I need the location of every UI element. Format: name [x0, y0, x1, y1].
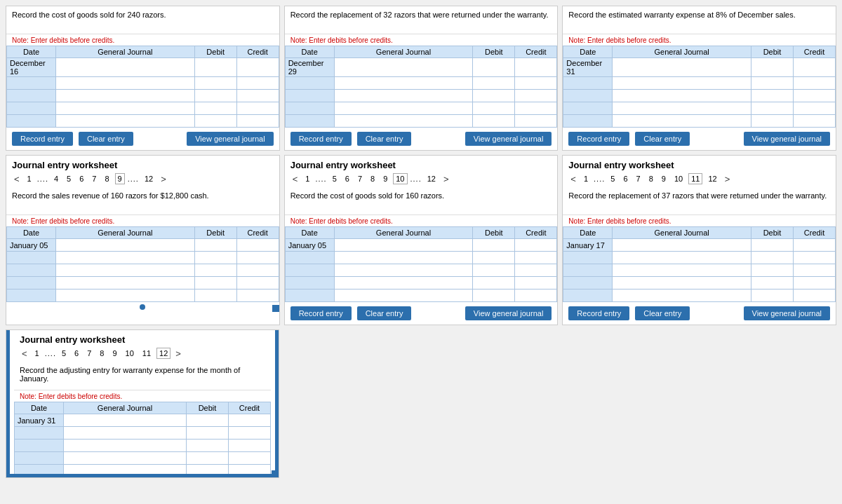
- nav-prev[interactable]: <: [20, 348, 29, 359]
- nav-4[interactable]: 4: [51, 173, 61, 184]
- date-cell: [7, 102, 56, 115]
- nav-12[interactable]: 12: [142, 173, 156, 184]
- nav-11[interactable]: 11: [688, 173, 702, 184]
- drag-handle[interactable]: [272, 470, 279, 477]
- view-journal-button[interactable]: View general journal: [465, 306, 552, 320]
- note-bottom: Note: Enter debits before credits.: [14, 390, 271, 402]
- table-row: January 17: [563, 239, 836, 252]
- clear-entry-button[interactable]: Clear entry: [635, 132, 690, 146]
- date-cell: December 31: [563, 58, 613, 77]
- table-row: [7, 102, 279, 115]
- debit-input[interactable]: [194, 58, 236, 77]
- nav-1[interactable]: 1: [25, 173, 34, 184]
- nav-8[interactable]: 8: [646, 173, 656, 184]
- table-row: December 29: [285, 58, 557, 77]
- gj-input[interactable]: [56, 58, 195, 77]
- th-credit: Credit: [236, 227, 279, 239]
- nav-12[interactable]: 12: [705, 173, 719, 184]
- nav-next[interactable]: >: [441, 174, 451, 184]
- record-entry-button[interactable]: Record entry: [290, 306, 352, 320]
- nav-11[interactable]: 11: [140, 348, 154, 359]
- nav-prev[interactable]: <: [12, 174, 22, 184]
- nav-9[interactable]: 9: [380, 173, 390, 184]
- panel-top-right: Record the estimated warranty expense at…: [562, 6, 836, 151]
- nav-5[interactable]: 5: [608, 173, 617, 184]
- record-entry-button[interactable]: Record entry: [568, 306, 629, 320]
- resize-handle[interactable]: [140, 304, 145, 310]
- nav-7[interactable]: 7: [355, 173, 365, 184]
- nav-7[interactable]: 7: [634, 173, 643, 184]
- nav-10[interactable]: 10: [671, 173, 686, 184]
- nav-5[interactable]: 5: [330, 173, 340, 184]
- view-journal-button[interactable]: View general journal: [187, 132, 273, 146]
- journal-table-top-mid: Date General Journal Debit Credit Decemb…: [285, 46, 558, 128]
- credit-input[interactable]: [236, 58, 279, 77]
- nav-dots: ....: [594, 175, 605, 183]
- nav-6[interactable]: 6: [620, 173, 630, 184]
- record-entry-button[interactable]: Record entry: [290, 132, 352, 146]
- table-row: [7, 290, 279, 302]
- nav-7[interactable]: 7: [89, 173, 99, 184]
- table-row: [285, 115, 557, 128]
- nav-1[interactable]: 1: [32, 348, 42, 359]
- nav-8[interactable]: 8: [102, 173, 112, 184]
- description-mid-center: Record the cost of goods sold for 160 ra…: [285, 187, 558, 215]
- date-cell: January 17: [563, 239, 613, 252]
- view-journal-button[interactable]: View general journal: [744, 132, 830, 146]
- nav-5[interactable]: 5: [64, 173, 74, 184]
- clear-entry-button[interactable]: Clear entry: [635, 306, 690, 320]
- th-gj: General Journal: [334, 46, 473, 58]
- nav-1[interactable]: 1: [302, 173, 312, 184]
- note-top-left: Note: Enter debits before credits.: [6, 34, 279, 46]
- nav-9[interactable]: 9: [115, 173, 125, 184]
- record-entry-button[interactable]: Record entry: [568, 132, 629, 146]
- view-journal-button[interactable]: View general journal: [465, 132, 552, 146]
- nav-12[interactable]: 12: [425, 173, 439, 184]
- th-debit: Debit: [751, 46, 794, 58]
- panel-top-left: Record the cost of goods sold for 240 ra…: [6, 6, 280, 151]
- nav-prev[interactable]: <: [568, 174, 578, 184]
- th-debit: Debit: [194, 46, 236, 58]
- clear-entry-button[interactable]: Clear entry: [357, 306, 412, 320]
- nav-mid-center: < 1 .... 5 6 7 8 9 10 .... 12 >: [285, 172, 558, 187]
- table-row: [563, 252, 836, 264]
- nav-8[interactable]: 8: [368, 173, 377, 184]
- th-credit: Credit: [515, 227, 557, 239]
- nav-9[interactable]: 9: [659, 173, 669, 184]
- clear-entry-button[interactable]: Clear entry: [79, 132, 133, 146]
- nav-next[interactable]: >: [173, 348, 183, 359]
- nav-7[interactable]: 7: [84, 348, 94, 359]
- view-journal-button[interactable]: View general journal: [744, 306, 830, 320]
- top-row: Record the cost of goods sold for 240 ra…: [6, 6, 836, 151]
- nav-6[interactable]: 6: [76, 173, 86, 184]
- nav-9[interactable]: 9: [109, 348, 119, 359]
- nav-prev[interactable]: <: [290, 174, 300, 184]
- table-row: [7, 90, 279, 102]
- nav-dots: ....: [315, 175, 326, 183]
- corner-handle[interactable]: [272, 305, 279, 312]
- table-row: [563, 277, 836, 290]
- nav-1[interactable]: 1: [581, 173, 591, 184]
- clear-entry-button[interactable]: Clear entry: [357, 132, 412, 146]
- nav-10[interactable]: 10: [393, 173, 407, 184]
- th-gj: General Journal: [613, 46, 751, 58]
- worksheet-title-mid-center: Journal entry worksheet: [285, 156, 558, 172]
- nav-5[interactable]: 5: [59, 348, 69, 359]
- th-debit: Debit: [751, 227, 794, 239]
- record-entry-button[interactable]: Record entry: [12, 132, 73, 146]
- nav-6[interactable]: 6: [342, 173, 352, 184]
- bottom-row: Journal entry worksheet < 1 .... 5 6 7 8…: [6, 329, 836, 478]
- panel-bottom: Journal entry worksheet < 1 .... 5 6 7 8…: [6, 329, 279, 478]
- nav-8[interactable]: 8: [97, 348, 107, 359]
- nav-12[interactable]: 12: [156, 348, 171, 359]
- nav-next[interactable]: >: [723, 174, 733, 184]
- description-bottom: Record the adjusting entry for warranty …: [14, 362, 271, 390]
- table-row: January 31: [15, 414, 271, 427]
- th-credit: Credit: [236, 46, 279, 58]
- nav-6[interactable]: 6: [72, 348, 81, 359]
- nav-next[interactable]: >: [159, 174, 168, 184]
- nav-10[interactable]: 10: [123, 348, 137, 359]
- th-credit: Credit: [229, 402, 271, 414]
- table-row: [563, 115, 836, 128]
- left-bar: [6, 330, 10, 477]
